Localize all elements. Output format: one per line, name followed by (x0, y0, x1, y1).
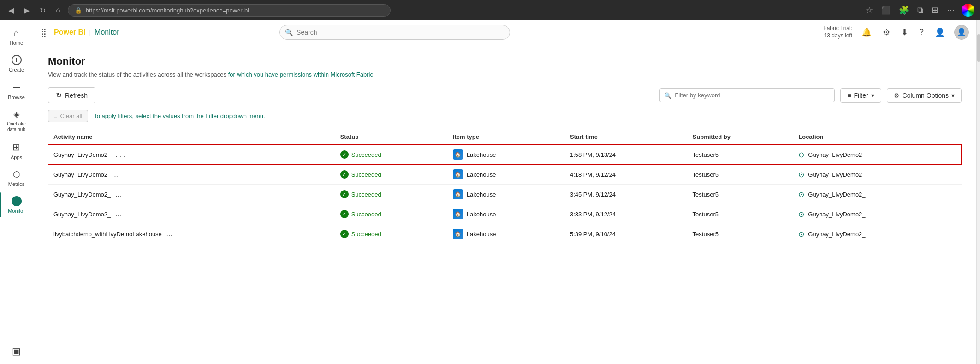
collections-icon[interactable]: ⊞ (930, 3, 940, 17)
col-item-type[interactable]: Item type (447, 130, 564, 144)
cell-location: ⊙ Guyhay_LivyDemo2_ (793, 224, 962, 244)
location-text: Guyhay_LivyDemo2_ (808, 151, 865, 158)
check-icon: ✓ (340, 230, 349, 238)
table-row[interactable]: Guyhay_LivyDemo2_ ... ✓ Succeeded 🏠 Lake… (48, 185, 962, 204)
sidebar-label-home: Home (10, 40, 23, 46)
location-text: Guyhay_LivyDemo2_ (808, 191, 865, 198)
cell-item-type: 🏠 Lakehouse (447, 144, 564, 165)
column-options-button[interactable]: ⚙ Column Options ▾ (887, 88, 962, 103)
sidebar-label-create: Create (9, 67, 24, 72)
scroll-thumb[interactable] (977, 34, 980, 62)
sidebar-item-browse[interactable]: ☰ Browse (2, 78, 31, 104)
download-button[interactable]: ⬇ (899, 25, 910, 39)
clear-label: Clear all (60, 113, 83, 119)
lakehouse-icon: 🏠 (453, 149, 463, 160)
forward-button[interactable]: ▶ (21, 4, 32, 17)
star-icon[interactable]: ☆ (864, 3, 875, 17)
split-view-icon[interactable]: ⧉ (915, 4, 925, 17)
sidebar-label-monitor: Monitor (8, 208, 25, 214)
browser-menu-icon[interactable]: ⬛ (879, 4, 892, 17)
home-button[interactable]: ⌂ (53, 4, 63, 16)
brand-powerbi: Power BI (54, 28, 85, 36)
col-status[interactable]: Status (335, 130, 447, 144)
share-button[interactable]: 👤 (933, 25, 947, 39)
sidebar-item-onelake[interactable]: ◈ OneLakedata hub (2, 106, 31, 136)
status-succeeded: ✓ Succeeded (340, 230, 442, 238)
browser-refresh-button[interactable]: ↻ (37, 4, 48, 17)
cell-start-time: 3:33 PM, 9/12/24 (564, 204, 687, 224)
cell-location: ⊙ Guyhay_LivyDemo2_ (793, 204, 962, 224)
status-text: Succeeded (351, 191, 381, 198)
sidebar-label-apps: Apps (11, 155, 22, 160)
refresh-button[interactable]: ↻ Refresh (48, 87, 95, 103)
notifications-button[interactable]: 🔔 (860, 25, 873, 39)
table-row[interactable]: Guyhay_LivyDemo2_ ... ✓ Succeeded 🏠 Lake… (48, 204, 962, 224)
col-start-time[interactable]: Start time (564, 130, 687, 144)
table-row[interactable]: Guyhay_LivyDemo2 ... ✓ Succeeded 🏠 Lakeh… (48, 165, 962, 185)
location-cell: ⊙ Guyhay_LivyDemo2_ (798, 210, 956, 219)
row-more-button[interactable]: . . . (113, 149, 128, 160)
filter-search-input[interactable] (659, 88, 835, 102)
lakehouse-icon: 🏠 (453, 169, 463, 179)
filter-label: Filter (854, 92, 868, 99)
sidebar-item-home[interactable]: ⌂ Home (2, 24, 31, 49)
check-icon: ✓ (340, 210, 349, 218)
table-row[interactable]: Guyhay_LivyDemo2_ . . . ✓ Succeeded 🏠 La… (48, 144, 962, 165)
profile-icon[interactable] (962, 4, 974, 17)
col-submitted-by[interactable]: Submitted by (687, 130, 793, 144)
sidebar-item-apps[interactable]: ⊞ Apps (2, 138, 31, 164)
browser-chrome: ◀ ▶ ↻ ⌂ 🔒 https://msit.powerbi.com/monit… (0, 0, 980, 20)
description-link[interactable]: for which you have permissions within Mi… (228, 71, 373, 78)
filter-button[interactable]: ≡ Filter ▾ (840, 88, 881, 103)
row-more-button[interactable]: ... (109, 169, 121, 179)
filter-search-container: 🔍 (659, 88, 835, 102)
top-header: ⣿ Power BI | Monitor 🔍 Fabric Trial: 13 … (33, 20, 976, 44)
col-activity-name[interactable]: Activity name (48, 130, 335, 144)
avatar-icon: 👤 (957, 28, 966, 36)
lakehouse-icon: 🏠 (453, 189, 463, 199)
more-options-icon[interactable]: ⋯ (945, 3, 957, 17)
extensions-icon[interactable]: 🧩 (897, 3, 911, 17)
location-text: Guyhay_LivyDemo2_ (808, 231, 865, 238)
col-location[interactable]: Location (793, 130, 962, 144)
status-text: Succeeded (351, 171, 381, 178)
sidebar-item-create[interactable]: + Create (2, 51, 31, 76)
row-more-button[interactable]: ... (113, 189, 124, 199)
cell-activity-name: livybatchdemo_withLivyDemoLakehouse ... (48, 224, 335, 244)
sidebar-label-browse: Browse (8, 95, 25, 100)
create-icon: + (12, 55, 22, 65)
metrics-icon: ⬡ (13, 169, 20, 179)
table-row[interactable]: livybatchdemo_withLivyDemoLakehouse ... … (48, 224, 962, 244)
monitor-icon (12, 196, 22, 206)
user-avatar[interactable]: 👤 (954, 25, 969, 40)
back-button[interactable]: ◀ (6, 4, 17, 17)
search-input[interactable] (279, 25, 510, 40)
cell-start-time: 5:39 PM, 9/10/24 (564, 224, 687, 244)
clear-all-button[interactable]: ≡ Clear all (48, 110, 88, 122)
item-type-cell: 🏠 Lakehouse (453, 189, 559, 199)
browse-icon: ☰ (12, 82, 21, 93)
sidebar-item-metrics[interactable]: ⬡ Metrics (2, 166, 31, 191)
item-type-text: Lakehouse (467, 171, 496, 178)
grid-icon[interactable]: ⣿ (41, 27, 47, 37)
cell-submitted-by: Testuser5 (687, 224, 793, 244)
row-more-button[interactable]: ... (163, 229, 175, 239)
scrollbar[interactable] (976, 20, 980, 364)
location-cell: ⊙ Guyhay_LivyDemo2_ (798, 170, 956, 179)
table-body: Guyhay_LivyDemo2_ . . . ✓ Succeeded 🏠 La… (48, 144, 962, 244)
cell-status: ✓ Succeeded (335, 144, 447, 165)
cell-activity-name: Guyhay_LivyDemo2_ . . . (48, 144, 335, 165)
brand-separator: | (89, 29, 91, 36)
address-bar[interactable]: 🔒 https://msit.powerbi.com/monitoringhub… (68, 4, 391, 17)
cell-start-time: 3:45 PM, 9/12/24 (564, 185, 687, 204)
description-text-after: . (373, 71, 375, 78)
help-button[interactable]: ? (917, 25, 926, 39)
cell-status: ✓ Succeeded (335, 204, 447, 224)
item-type-text: Lakehouse (467, 191, 496, 198)
sidebar-item-workspaces[interactable]: ▣ (2, 342, 31, 360)
item-type-cell: 🏠 Lakehouse (453, 169, 559, 179)
sidebar-item-monitor[interactable]: Monitor (2, 192, 31, 217)
row-more-button[interactable]: ... (113, 209, 124, 219)
settings-button[interactable]: ⚙ (881, 25, 892, 39)
status-succeeded: ✓ Succeeded (340, 210, 442, 218)
